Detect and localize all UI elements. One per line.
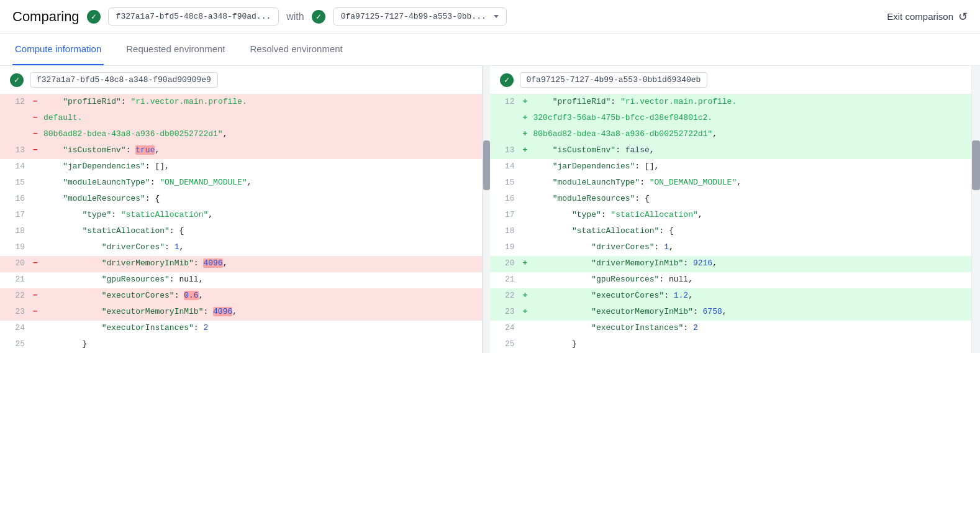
left-line-25: 25 }	[0, 337, 482, 353]
right-line-12: 12 + "profileRid": "ri.vector.main.profi…	[490, 94, 972, 111]
right-line-12b: + 320cfdf3-56ab-475b-bfcc-d38ef84801c2.	[490, 111, 972, 127]
right-scrollbar[interactable]	[971, 66, 980, 353]
right-commit-id: 0fa97125-7127-4b99-a553-0bb...	[341, 12, 486, 21]
left-line-24: 24 "executorInstances": 2	[0, 321, 482, 337]
chevron-down-icon	[494, 15, 499, 18]
header: Comparing ✓ f327a1a7-bfd5-48c8-a348-f90a…	[0, 0, 980, 34]
left-line-22: 22 − "executorCores": 0.6,	[0, 288, 482, 304]
right-line-13: 13 + "isCustomEnv": false,	[490, 143, 972, 159]
right-line-21: 21 "gpuResources": null,	[490, 272, 972, 288]
left-line-18: 18 "staticAllocation": {	[0, 224, 482, 240]
right-line-20: 20 + "driverMemoryInMib": 9216,	[490, 256, 972, 272]
scrollbar-thumb	[483, 140, 490, 190]
right-line-19: 19 "driverCores": 1,	[490, 240, 972, 256]
with-label: with	[286, 11, 304, 22]
left-panel-commit-id: f327a1a7-bfd5-48c8-a348-f90ad90909e9	[30, 72, 218, 88]
right-line-17: 17 "type": "staticAllocation",	[490, 208, 972, 224]
right-line-24: 24 "executorInstances": 2	[490, 321, 972, 337]
left-code-content: 12 − "profileRid": "ri.vector.main.profi…	[0, 94, 482, 353]
left-line-19: 19 "driverCores": 1,	[0, 240, 482, 256]
left-line-13: 13 − "isCustomEnv": true,	[0, 143, 482, 159]
left-line-20: 20 − "driverMemoryInMib": 4096,	[0, 256, 482, 272]
exit-icon: ↺	[958, 10, 968, 24]
left-line-12c: − 80b6ad82-bdea-43a8-a936-db00252722d1",	[0, 127, 482, 143]
right-line-22: 22 + "executorCores": 1.2,	[490, 288, 972, 304]
right-panel-commit-id: 0fa97125-7127-4b99-a553-0bb1d69340eb	[520, 72, 708, 88]
left-line-17: 17 "type": "staticAllocation",	[0, 208, 482, 224]
tab-resolved-environment[interactable]: Resolved environment	[248, 34, 345, 65]
exit-label: Exit comparison	[887, 11, 953, 22]
left-panel-check-icon: ✓	[10, 73, 24, 87]
left-line-21: 21 "gpuResources": null,	[0, 272, 482, 288]
left-line-23: 23 − "executorMemoryInMib": 4096,	[0, 304, 482, 321]
diff-container: ✓ f327a1a7-bfd5-48c8-a348-f90ad90909e9 1…	[0, 66, 980, 353]
left-check-icon: ✓	[87, 10, 101, 24]
left-line-16: 16 "moduleResources": {	[0, 191, 482, 208]
right-line-23: 23 + "executorMemoryInMib": 6758,	[490, 304, 972, 321]
right-line-18: 18 "staticAllocation": {	[490, 224, 972, 240]
left-panel-header: ✓ f327a1a7-bfd5-48c8-a348-f90ad90909e9	[0, 66, 482, 94]
right-diff-panel: ✓ 0fa97125-7127-4b99-a553-0bb1d69340eb 1…	[490, 66, 972, 353]
right-panel-check-icon: ✓	[500, 73, 514, 87]
tab-requested-environment[interactable]: Requested environment	[124, 34, 227, 65]
right-line-16: 16 "moduleResources": {	[490, 191, 972, 208]
tabs-bar: Compute information Requested environmen…	[0, 34, 980, 66]
left-line-14: 14 "jarDependencies": [],	[0, 159, 482, 175]
tab-compute-information[interactable]: Compute information	[12, 34, 104, 65]
exit-comparison-button[interactable]: Exit comparison ↺	[887, 10, 968, 24]
right-code-content: 12 + "profileRid": "ri.vector.main.profi…	[490, 94, 972, 353]
left-commit-box[interactable]: f327a1a7-bfd5-48c8-a348-f90ad...	[108, 7, 279, 25]
left-diff-panel: ✓ f327a1a7-bfd5-48c8-a348-f90ad90909e9 1…	[0, 66, 483, 353]
right-check-icon: ✓	[312, 10, 325, 24]
left-commit-id: f327a1a7-bfd5-48c8-a348-f90ad...	[116, 12, 271, 21]
left-line-12b: − default.	[0, 111, 482, 127]
left-line-12: 12 − "profileRid": "ri.vector.main.profi…	[0, 94, 482, 111]
right-commit-dropdown[interactable]: 0fa97125-7127-4b99-a553-0bb...	[333, 7, 507, 25]
right-line-25: 25 }	[490, 337, 972, 353]
right-scrollbar-thumb	[972, 140, 980, 190]
left-line-15: 15 "moduleLaunchType": "ON_DEMAND_MODULE…	[0, 175, 482, 191]
right-line-12c: + 80b6ad82-bdea-43a8-a936-db00252722d1",	[490, 127, 972, 143]
comparing-label: Comparing	[12, 9, 79, 25]
diff-scrollbar[interactable]	[483, 66, 490, 353]
right-line-14: 14 "jarDependencies": [],	[490, 159, 972, 175]
right-panel-header: ✓ 0fa97125-7127-4b99-a553-0bb1d69340eb	[490, 66, 972, 94]
right-line-15: 15 "moduleLaunchType": "ON_DEMAND_MODULE…	[490, 175, 972, 191]
